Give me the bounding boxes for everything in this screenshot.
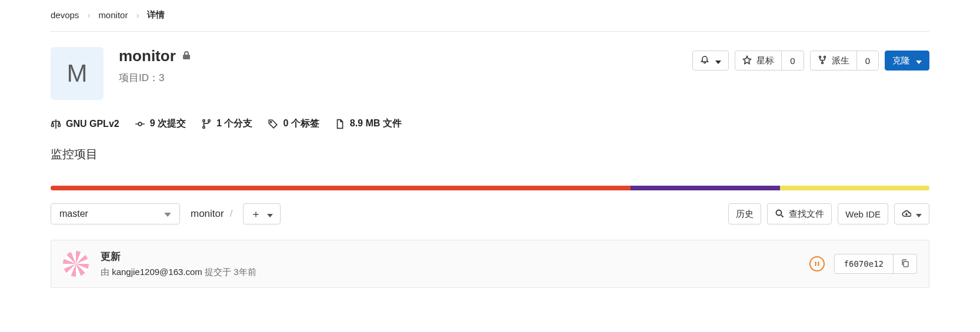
copy-sha-button[interactable] (894, 254, 917, 274)
project-stats: GNU GPLv2 9 次提交 1 个分支 0 个标签 8.9 MB 文件 (51, 118, 929, 130)
branches-count: 1 (216, 118, 222, 128)
tags-count: 0 (283, 118, 288, 128)
copy-icon (901, 259, 910, 270)
commit-sha-group: f6070e12 (834, 254, 917, 274)
files-stat[interactable]: 8.9 MB 文件 (335, 118, 402, 130)
branch-select[interactable]: master (51, 203, 180, 224)
project-title: monitor (119, 47, 176, 65)
file-nav: master monitor / ＋ 历史 查找文件 Web IDE (51, 203, 929, 224)
bell-icon (700, 55, 709, 66)
svg-point-3 (138, 122, 142, 126)
clone-button[interactable]: 克隆 (885, 51, 929, 71)
tags-stat[interactable]: 0 个标签 (268, 118, 319, 130)
fork-button-group: 派生 0 (810, 51, 879, 71)
commits-suffix: 次提交 (158, 118, 186, 128)
svg-point-6 (203, 126, 205, 128)
chevron-down-icon (916, 56, 922, 66)
add-file-button[interactable]: ＋ (243, 203, 281, 224)
star-label: 星标 (756, 55, 774, 66)
history-button[interactable]: 历史 (728, 203, 761, 224)
commit-author[interactable]: kangjie1209@163.com (112, 267, 202, 277)
project-header: M monitor 项目ID：3 (51, 47, 929, 100)
commits-count: 9 (150, 118, 155, 128)
svg-point-4 (203, 119, 205, 121)
files-size: 8.9 MB (350, 118, 381, 128)
project-info: monitor 项目ID：3 (119, 47, 191, 85)
download-icon (902, 209, 911, 220)
chevron-right-icon: › (136, 10, 139, 20)
chevron-right-icon: › (87, 10, 90, 20)
project-description: 监控项目 (51, 146, 929, 162)
svg-point-1 (824, 56, 825, 58)
notification-dropdown[interactable] (692, 51, 729, 71)
star-button[interactable]: 星标 (735, 51, 782, 71)
svg-point-7 (271, 121, 272, 122)
breadcrumb: devops › monitor › 详情 (51, 9, 929, 32)
commit-title[interactable]: 更新 (101, 250, 256, 263)
chevron-down-icon (916, 209, 922, 219)
commit-sha[interactable]: f6070e12 (834, 254, 894, 274)
breadcrumb-current: 详情 (147, 9, 165, 21)
tags-suffix: 个标签 (291, 118, 319, 128)
language-segment[interactable] (631, 186, 780, 190)
star-count[interactable]: 0 (781, 51, 804, 71)
fork-icon (818, 55, 827, 66)
project-avatar: M (51, 47, 104, 100)
fork-button[interactable]: 派生 (810, 51, 857, 71)
commit-time-ago: 3年前 (234, 267, 256, 277)
files-suffix: 文件 (383, 118, 402, 128)
breadcrumb-item-group[interactable]: devops (51, 10, 79, 20)
pipeline-status-pending-icon[interactable] (809, 256, 825, 271)
license-stat[interactable]: GNU GPLv2 (51, 119, 119, 129)
plus-icon: ＋ (251, 207, 261, 221)
commit-at-prefix: 提交于 (205, 267, 231, 277)
chevron-down-icon (715, 56, 721, 66)
language-bar[interactable] (51, 186, 929, 190)
project-actions: 星标 0 派生 0 克隆 (692, 47, 929, 71)
commit-info: 更新 由 kangjie1209@163.com 提交于 3年前 (101, 250, 256, 278)
chevron-down-icon (267, 208, 273, 220)
svg-point-8 (776, 210, 782, 215)
search-icon (775, 209, 784, 220)
branches-stat[interactable]: 1 个分支 (201, 118, 252, 130)
path-breadcrumb: monitor / (191, 208, 232, 220)
commit-by-prefix: 由 (101, 267, 109, 277)
last-commit: 更新 由 kangjie1209@163.com 提交于 3年前 f6070e1… (51, 240, 929, 288)
fork-label: 派生 (832, 55, 849, 66)
lock-icon (182, 51, 191, 62)
svg-point-2 (821, 62, 823, 63)
find-file-button[interactable]: 查找文件 (767, 203, 832, 224)
language-segment[interactable] (51, 186, 631, 190)
find-file-label: 查找文件 (789, 209, 824, 220)
svg-rect-11 (904, 261, 908, 267)
web-ide-button[interactable]: Web IDE (838, 203, 888, 224)
path-separator: / (230, 208, 233, 220)
chevron-down-icon (164, 209, 171, 219)
language-segment[interactable] (780, 186, 929, 190)
star-icon (742, 55, 752, 66)
branch-name: master (59, 209, 88, 219)
svg-rect-10 (818, 261, 819, 266)
path-root[interactable]: monitor (191, 208, 224, 220)
commits-stat[interactable]: 9 次提交 (135, 118, 186, 130)
fork-count[interactable]: 0 (856, 51, 879, 71)
commit-actions: f6070e12 (809, 254, 917, 274)
branches-suffix: 个分支 (224, 118, 252, 128)
svg-point-0 (819, 56, 821, 58)
clone-label: 克隆 (892, 55, 910, 66)
svg-point-5 (208, 119, 210, 121)
commit-avatar[interactable] (63, 251, 89, 277)
star-button-group: 星标 0 (735, 51, 804, 71)
license-text: GNU GPLv2 (66, 119, 119, 129)
commit-meta: 由 kangjie1209@163.com 提交于 3年前 (101, 267, 256, 278)
file-nav-actions: 历史 查找文件 Web IDE (728, 203, 929, 224)
download-button[interactable] (894, 203, 929, 224)
project-id: 项目ID：3 (119, 71, 191, 85)
svg-rect-9 (815, 261, 816, 266)
breadcrumb-item-project[interactable]: monitor (98, 10, 128, 20)
